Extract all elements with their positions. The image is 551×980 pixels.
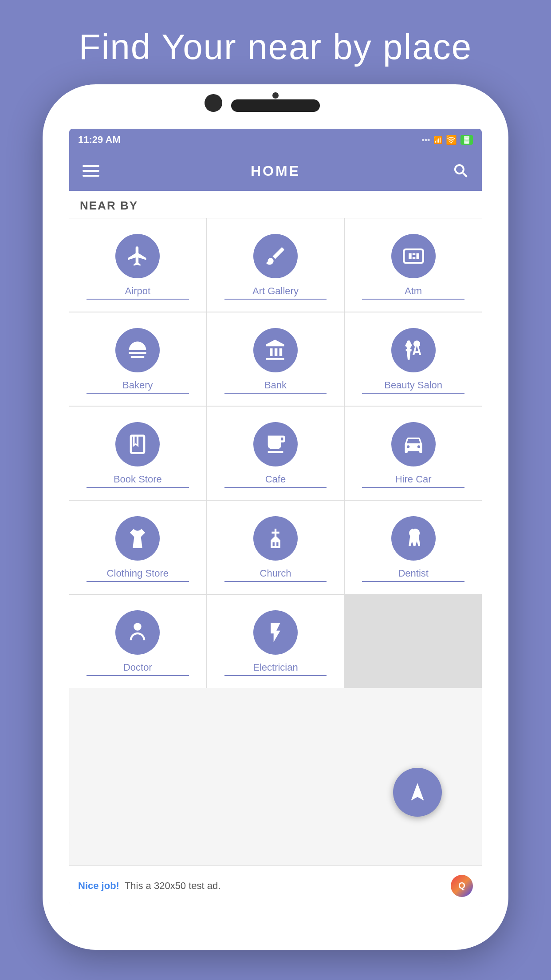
ad-nice-job: Nice job!: [78, 880, 119, 892]
scroll-area[interactable]: NEAR BY AirpotArt GalleryAtmBakeryBankBe…: [69, 191, 482, 865]
grid-item-electrician[interactable]: Electrician: [207, 595, 344, 688]
doctor-label: Doctor: [87, 662, 189, 676]
grid-item-doctor[interactable]: Doctor: [69, 595, 206, 688]
bank-icon-circle: [253, 328, 298, 372]
cell-signal-icon: 📶: [433, 136, 442, 144]
atm-label: Atm: [362, 285, 464, 300]
cafe-label: Cafe: [224, 474, 327, 488]
airpot-icon-circle: [115, 234, 160, 278]
grid-item-atm[interactable]: Atm: [345, 218, 482, 312]
wifi-icon: 🛜: [446, 134, 457, 145]
grid-item-airpot[interactable]: Airpot: [69, 218, 206, 312]
grid-item-bank[interactable]: Bank: [207, 312, 344, 406]
signal-dots: •••: [421, 135, 430, 145]
speaker: [231, 99, 320, 112]
book_store-label: Book Store: [87, 474, 189, 488]
dentist-icon-circle: [391, 516, 436, 561]
dentist-label: Dentist: [362, 568, 464, 582]
page-title: Find Your near by place: [0, 27, 551, 67]
church-label: Church: [224, 568, 327, 582]
doctor-icon-circle: [115, 610, 160, 655]
category-grid: AirpotArt GalleryAtmBakeryBankBeauty Sal…: [69, 218, 482, 688]
grid-item-dentist[interactable]: Dentist: [345, 501, 482, 594]
navigate-icon: [406, 781, 429, 803]
grid-item-church[interactable]: Church: [207, 501, 344, 594]
bakery-icon-circle: [115, 328, 160, 372]
atm-icon-circle: [391, 234, 436, 278]
cafe-icon-circle: [253, 422, 298, 466]
grid-item-art_gallery[interactable]: Art Gallery: [207, 218, 344, 312]
front-camera: [205, 94, 222, 112]
status-bar: 11:29 AM ••• 📶 🛜 ▓: [69, 129, 482, 151]
page-header: Find Your near by place: [0, 0, 551, 85]
beauty_salon-label: Beauty Salon: [362, 379, 464, 394]
bank-label: Bank: [224, 379, 327, 394]
art_gallery-label: Art Gallery: [224, 285, 327, 300]
status-icons: ••• 📶 🛜 ▓: [421, 134, 473, 145]
grid-item-hire_car[interactable]: Hire Car: [345, 407, 482, 500]
svg-point-1: [134, 623, 142, 630]
art_gallery-icon-circle: [253, 234, 298, 278]
church-icon-circle: [253, 516, 298, 561]
grid-item-beauty_salon[interactable]: Beauty Salon: [345, 312, 482, 406]
grid-item-cafe[interactable]: Cafe: [207, 407, 344, 500]
battery-icon: ▓: [460, 135, 473, 145]
bakery-label: Bakery: [87, 379, 189, 394]
search-icon: [452, 162, 468, 178]
electrician-label: Electrician: [224, 662, 327, 676]
hire_car-icon-circle: [391, 422, 436, 466]
ad-text: This a 320x50 test ad.: [125, 880, 445, 892]
beauty_salon-icon-circle: [391, 328, 436, 372]
svg-rect-0: [404, 249, 423, 263]
status-time: 11:29 AM: [78, 134, 121, 146]
electrician-icon-circle: [253, 610, 298, 655]
clothing_store-icon-circle: [115, 516, 160, 561]
hamburger-menu-button[interactable]: [83, 165, 99, 177]
phone-shell: 11:29 AM ••• 📶 🛜 ▓ HOME: [43, 84, 508, 950]
app-title: HOME: [251, 163, 300, 179]
grid-item-bakery[interactable]: Bakery: [69, 312, 206, 406]
book_store-icon-circle: [115, 422, 160, 466]
grid-item-clothing_store[interactable]: Clothing Store: [69, 501, 206, 594]
section-label: NEAR BY: [69, 191, 482, 218]
ad-logo: Q: [451, 875, 473, 897]
ad-logo-letter: Q: [458, 881, 465, 891]
grid-item-book_store[interactable]: Book Store: [69, 407, 206, 500]
clothing_store-label: Clothing Store: [87, 568, 189, 582]
app-navbar: HOME: [69, 151, 482, 191]
navigate-fab[interactable]: [393, 768, 442, 817]
phone-screen: 11:29 AM ••• 📶 🛜 ▓ HOME: [69, 129, 482, 905]
search-button[interactable]: [452, 162, 468, 180]
hire_car-label: Hire Car: [362, 474, 464, 488]
ad-banner: Nice job! This a 320x50 test ad. Q: [69, 865, 482, 905]
airpot-label: Airpot: [87, 285, 189, 300]
